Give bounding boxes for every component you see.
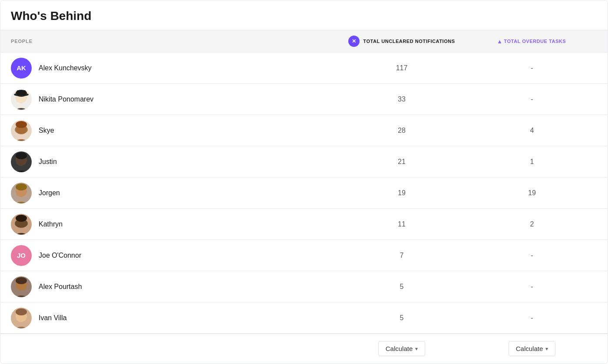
avatar: JO [11, 245, 32, 266]
table-body: AKAlex Kunchevsky117- Nikita Ponomarev33… [0, 52, 608, 334]
table: PEOPLE TOTAL UNCLEARED NOTIFICATIONS ▴ T… [0, 30, 608, 363]
table-row[interactable]: Jorgen1919 [0, 177, 608, 209]
widget-header: Who's Behind [0, 0, 608, 30]
footer-empty [11, 339, 337, 358]
footer-row: Calculate ▾ Calculate ▾ [0, 334, 608, 363]
svg-point-5 [13, 139, 29, 141]
person-cell: Nikita Ponomarev [11, 89, 337, 110]
avatar: AK [11, 58, 32, 79]
notifications-value: 19 [337, 189, 467, 197]
table-row[interactable]: Ivan Villa5- [0, 302, 608, 334]
chevron-down-icon: ▾ [415, 346, 418, 352]
person-name: Alex Pourtash [39, 283, 82, 291]
svg-point-21 [16, 277, 27, 284]
overdue-value: - [467, 64, 597, 72]
calculate-overdue-button[interactable]: Calculate ▾ [509, 341, 556, 356]
svg-point-12 [13, 202, 29, 203]
overdue-value: 1 [467, 158, 597, 166]
calculate-overdue-label: Calculate [516, 345, 543, 352]
person-cell: Ivan Villa [11, 308, 337, 328]
overdue-value: - [467, 252, 597, 259]
person-cell: Justin [11, 151, 337, 172]
person-name: Justin [39, 158, 57, 166]
notifications-value: 117 [337, 64, 467, 72]
svg-point-19 [13, 295, 29, 297]
avatar [11, 151, 32, 172]
svg-point-9 [13, 171, 29, 172]
overdue-value: 4 [467, 127, 597, 134]
person-name: Ivan Villa [39, 314, 67, 322]
table-row[interactable]: Justin211 [0, 146, 608, 177]
overdue-value: 19 [467, 189, 597, 197]
table-row[interactable]: Alex Pourtash5- [0, 271, 608, 302]
table-row[interactable]: AKAlex Kunchevsky117- [0, 52, 608, 84]
person-name: Kathryn [39, 220, 63, 228]
table-header: PEOPLE TOTAL UNCLEARED NOTIFICATIONS ▴ T… [0, 30, 608, 52]
notifications-value: 21 [337, 158, 467, 166]
page-title: Who's Behind [11, 9, 597, 23]
person-name: Jorgen [39, 189, 60, 197]
x-filter-icon[interactable] [348, 36, 360, 47]
widget-container: Who's Behind PEOPLE TOTAL UNCLEARED NOTI… [0, 0, 608, 364]
sort-arrow-icon: ▴ [498, 38, 502, 45]
avatar [11, 214, 32, 235]
svg-point-0 [13, 108, 29, 110]
person-cell: Kathryn [11, 214, 337, 235]
svg-point-24 [16, 308, 27, 315]
person-cell: Skye [11, 120, 337, 141]
svg-point-22 [13, 327, 29, 328]
table-row[interactable]: Skye284 [0, 115, 608, 146]
person-name: Skye [39, 127, 54, 134]
notifications-value: 33 [337, 95, 467, 103]
calculate-notifications-button[interactable]: Calculate ▾ [378, 341, 426, 356]
notifications-value: 5 [337, 283, 467, 291]
person-name: Nikita Ponomarev [39, 95, 93, 103]
col-people-header: PEOPLE [11, 39, 337, 44]
person-cell: Alex Pourtash [11, 276, 337, 297]
avatar [11, 120, 32, 141]
svg-point-14 [16, 184, 27, 190]
notifications-value: 7 [337, 252, 467, 259]
person-cell: Jorgen [11, 183, 337, 203]
col-notifications-header: TOTAL UNCLEARED NOTIFICATIONS [337, 36, 467, 47]
svg-point-11 [16, 152, 27, 159]
svg-point-8 [15, 125, 28, 134]
overdue-value: - [467, 283, 597, 291]
svg-rect-4 [17, 90, 26, 95]
overdue-value: - [467, 314, 597, 322]
svg-point-18 [15, 219, 28, 228]
person-cell: AKAlex Kunchevsky [11, 58, 337, 79]
avatar [11, 183, 32, 203]
avatar [11, 89, 32, 110]
table-row[interactable]: JOJoe O'Connor7- [0, 240, 608, 271]
person-name: Joe O'Connor [39, 252, 81, 259]
notifications-value: 11 [337, 220, 467, 228]
overdue-value: 2 [467, 220, 597, 228]
svg-point-15 [13, 233, 29, 235]
notifications-value: 28 [337, 127, 467, 134]
chevron-down-icon-2: ▾ [545, 346, 548, 352]
col-overdue-header: ▴ TOTAL OVERDUE TASKS [467, 38, 597, 45]
overdue-value: - [467, 95, 597, 103]
avatar [11, 276, 32, 297]
notifications-value: 5 [337, 314, 467, 322]
calculate-notifications-label: Calculate [386, 345, 413, 352]
table-row[interactable]: Nikita Ponomarev33- [0, 84, 608, 115]
avatar [11, 308, 32, 328]
person-cell: JOJoe O'Connor [11, 245, 337, 266]
person-name: Alex Kunchevsky [39, 64, 92, 72]
table-row[interactable]: Kathryn112 [0, 209, 608, 240]
